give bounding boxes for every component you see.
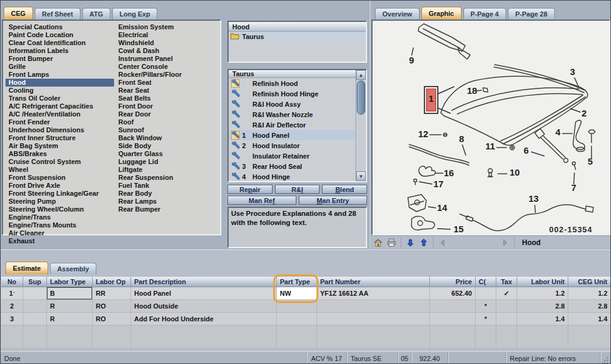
labor-op-cell[interactable]: RR [93,287,131,300]
category-item[interactable]: Information Labels [5,47,114,55]
part-number-cell[interactable]: YF1Z 16612 AA [317,287,430,300]
col-header-labor-type[interactable]: Labor Type [47,277,93,287]
category-item[interactable]: Seat Belts [115,95,220,102]
category-item[interactable]: Rear Door [115,110,220,118]
category-item[interactable]: Rear Suspension [115,174,220,182]
part-callout[interactable]: 4 [556,127,561,137]
labor-type-cell[interactable]: R [47,300,93,313]
category-item[interactable]: Cruise Control System [5,158,114,166]
tab[interactable]: Long Exp [112,8,157,20]
category-item[interactable]: Front Bumper [5,55,114,63]
col-header-tax[interactable]: Tax [496,277,517,287]
operation-item[interactable]: 4 Hood Hinge [229,171,356,181]
col-header-price[interactable]: Price [430,277,476,287]
labor-type-cell[interactable]: B [47,287,93,300]
part-callout[interactable]: 3 [570,66,575,77]
man-ref-button[interactable]: Man Ref [227,196,296,205]
category-item[interactable]: Back Window [115,134,220,142]
col-header-part-number[interactable]: Part Number [317,277,430,287]
tab[interactable]: ATG [82,8,110,20]
category-item[interactable]: Fuel Tank [115,182,220,190]
tab[interactable]: Overview [375,8,420,20]
down-arrow-icon[interactable] [404,237,417,248]
tax-check[interactable] [496,313,517,326]
col-header-ceg-unit[interactable]: CEG Unit [568,277,611,287]
tab[interactable]: Estimate [5,262,48,274]
operation-item[interactable]: Refinish Hood [229,78,356,88]
col-header-labor-unit[interactable]: Labor Unit [517,277,568,287]
category-item[interactable]: Air Cleaner [5,229,114,237]
labor-type-cell[interactable]: R [47,313,93,326]
operation-item[interactable]: 1 Hood Panel [229,130,356,140]
category-item[interactable]: Windshield [115,39,220,47]
part-callout-highlighted[interactable]: 1 [429,93,434,104]
sup-cell[interactable] [23,287,47,300]
part-callout[interactable]: 6 [524,145,529,155]
ceg-unit-cell[interactable]: 2.8 [568,300,611,313]
cc-cell[interactable]: * [476,313,496,326]
part-type-cell[interactable] [277,300,317,313]
tab[interactable]: Graphic [421,7,462,20]
category-item[interactable]: Front Steering Linkage/Gear [5,190,114,198]
part-callout[interactable]: 8 [459,134,464,144]
tab[interactable]: P-Page 4 [463,8,506,20]
category-item[interactable]: Exhaust [5,237,114,245]
price-cell[interactable]: 652.40 [430,287,476,300]
col-header-part-type[interactable]: Part Type [277,277,317,287]
row-number[interactable]: 3 [1,313,23,326]
category-item[interactable]: Front Lamps [5,71,114,79]
category-item[interactable]: Quarter Glass [115,150,220,158]
part-type-cell[interactable] [277,313,317,326]
operation-item[interactable]: 3 Rear Hood Seal [229,161,356,171]
part-callout[interactable]: 13 [529,193,539,204]
category-item[interactable]: ABS/Brakes [5,150,114,158]
tab[interactable]: Ref Sheet [35,8,80,20]
category-item[interactable]: Rear Seat [115,87,220,95]
category-item[interactable]: Special Cautions [5,23,114,31]
category-item[interactable]: Engine/Trans Mounts [5,221,114,229]
category-item[interactable]: Clear Coat Identification [5,39,114,47]
category-item[interactable]: Liftgate [115,166,220,174]
category-item[interactable]: Front Suspension [5,174,114,182]
col-header-cc[interactable]: C( [476,277,496,287]
up-arrow-icon[interactable] [417,237,431,248]
part-callout[interactable]: 7 [571,182,576,193]
category-item[interactable]: Paint Code Location [5,31,114,39]
category-item[interactable]: Hood [5,79,114,87]
category-item[interactable]: Trans Oil Cooler [5,95,114,102]
print-icon[interactable] [385,237,398,248]
category-item[interactable]: Front Seat [115,79,220,87]
sup-cell[interactable] [23,300,47,313]
category-item[interactable]: Grille [5,63,114,71]
tab[interactable]: CEG [4,7,33,20]
col-header-sup[interactable]: Sup [23,277,47,287]
cc-cell[interactable] [476,287,496,300]
category-item[interactable]: A/C Refrigerant Capacities [5,102,114,110]
row-number[interactable]: 1' [1,287,23,300]
category-item[interactable]: Air Bag System [5,142,114,150]
home-icon[interactable] [371,237,385,248]
operation-item[interactable]: R&I Washer Nozzle [229,109,356,120]
tab[interactable]: Assembly [50,263,96,274]
category-item[interactable]: Front Inner Structure [5,134,114,142]
price-cell[interactable] [430,313,476,326]
category-item[interactable]: Roof [115,118,220,126]
col-header-part-description[interactable]: Part Description [131,277,277,287]
category-item[interactable]: Instrument Panel [115,55,220,63]
col-header-labor-op[interactable]: Labor Op [93,277,131,287]
sup-cell[interactable] [23,313,47,326]
category-item[interactable]: Luggage Lid [115,158,220,166]
labor-unit-cell[interactable]: 1.2 [517,287,568,300]
scroll-up-button[interactable]: ▲ [356,70,366,80]
category-item[interactable]: Front Door [115,102,220,110]
cc-cell[interactable]: * [476,300,496,313]
repair-button[interactable]: Repair [227,185,273,194]
part-callout[interactable]: 10 [510,167,520,177]
part-callout[interactable]: 5 [588,156,593,166]
tax-check[interactable]: ✓ [496,287,517,300]
blend-button[interactable]: Blend [322,185,367,194]
category-item[interactable]: Rear Body [115,190,220,198]
scroll-thumb[interactable] [357,80,365,115]
price-cell[interactable] [430,300,476,313]
part-callout[interactable]: 12 [418,129,429,139]
